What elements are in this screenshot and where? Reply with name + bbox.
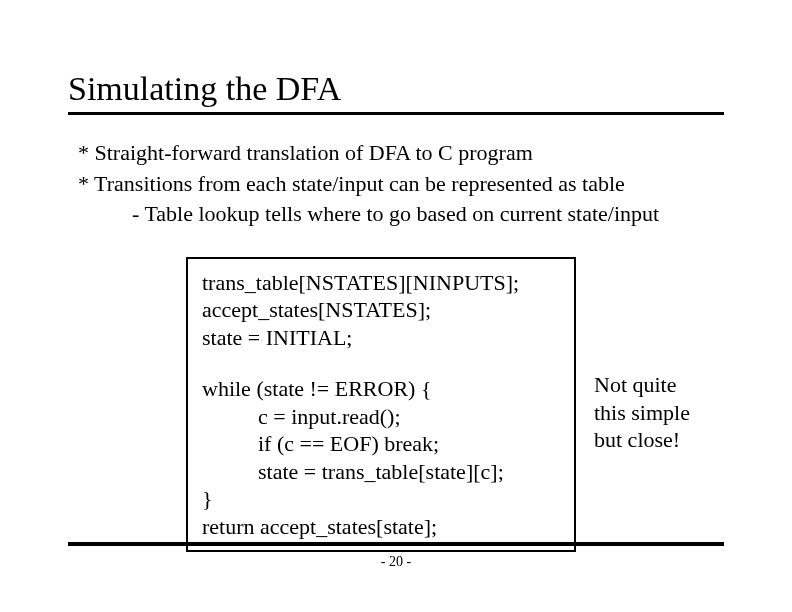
- slide-title: Simulating the DFA: [68, 70, 724, 115]
- code-line: return accept_states[state];: [202, 513, 560, 541]
- note-line: but close!: [594, 426, 690, 454]
- note-line: this simple: [594, 399, 690, 427]
- code-line: state = INITIAL;: [202, 324, 560, 352]
- code-note-row: trans_table[NSTATES][NINPUTS]; accept_st…: [186, 257, 724, 553]
- code-line: while (state != ERROR) {: [202, 375, 560, 403]
- bullet-list: * Straight-forward translation of DFA to…: [68, 139, 724, 229]
- code-line: state = trans_table[state][c];: [258, 458, 560, 486]
- bullet-item: * Straight-forward translation of DFA to…: [78, 139, 724, 168]
- code-line: }: [202, 485, 560, 513]
- bullet-subitem: - Table lookup tells where to go based o…: [132, 200, 724, 229]
- note-line: Not quite: [594, 371, 690, 399]
- page-number: - 20 -: [0, 554, 792, 570]
- code-line: if (c == EOF) break;: [258, 430, 560, 458]
- code-line: c = input.read();: [258, 403, 560, 431]
- code-line: accept_states[NSTATES];: [202, 296, 560, 324]
- side-note: Not quite this simple but close!: [594, 371, 690, 454]
- code-blank-line: [202, 351, 560, 375]
- slide: Simulating the DFA * Straight-forward tr…: [0, 0, 792, 612]
- bullet-item: * Transitions from each state/input can …: [78, 170, 724, 199]
- code-line: trans_table[NSTATES][NINPUTS];: [202, 269, 560, 297]
- bottom-rule: [68, 542, 724, 546]
- code-box: trans_table[NSTATES][NINPUTS]; accept_st…: [186, 257, 576, 553]
